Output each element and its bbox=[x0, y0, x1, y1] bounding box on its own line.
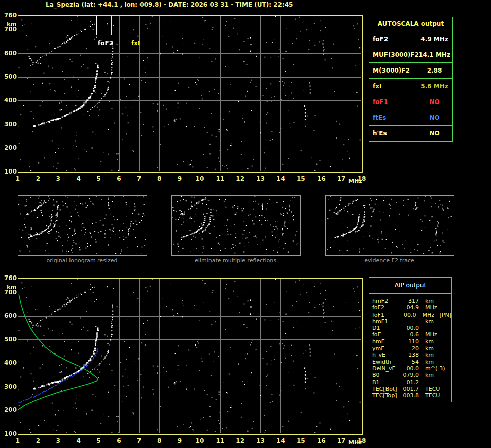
x-tick-label: 11 bbox=[214, 175, 226, 182]
row-value: 14.1 MHz bbox=[416, 47, 452, 62]
aip-label: B1 bbox=[372, 379, 399, 386]
aip-label: foE bbox=[372, 331, 399, 338]
aip-label: hmE bbox=[372, 338, 399, 345]
row-label: fxI bbox=[369, 79, 416, 94]
aip-value: 0.6 bbox=[399, 331, 419, 338]
aip-value: 079.0 bbox=[399, 372, 419, 378]
x-tick-label: 3 bbox=[52, 175, 64, 182]
row-label: M(3000)F2 bbox=[369, 63, 416, 78]
autoscala-output-table: AUTOSCALA output foF2 4.9 MHz MUF(3000)F… bbox=[369, 17, 453, 142]
aip-label: foF2 bbox=[372, 304, 399, 311]
aip-row: B101.2 bbox=[372, 379, 451, 386]
y-tick-label: 500 bbox=[1, 336, 17, 343]
y-tick-label: 200 bbox=[1, 406, 17, 413]
row-label: foF1 bbox=[369, 94, 416, 110]
x-tick-label: 16 bbox=[315, 175, 327, 182]
station-title: La_Spezia (lat: +44.1 , lon: 009.8) - DA… bbox=[46, 1, 293, 8]
aip-row: foE0.6MHz bbox=[372, 331, 451, 338]
aip-label: D1 bbox=[372, 325, 399, 331]
aip-value: 04.9 bbox=[399, 304, 419, 311]
aip-unit: km bbox=[425, 338, 442, 345]
aip-unit: TECU bbox=[425, 392, 442, 399]
x-tick-label: 14 bbox=[274, 175, 287, 182]
table-row-muf3000f2: MUF(3000)F2 14.1 MHz bbox=[369, 47, 452, 63]
aip-row: DelN_vE00.0m^(-3) bbox=[372, 365, 451, 372]
x-tick-label: 14 bbox=[274, 437, 287, 444]
aip-table-body: hmF2317km foF204.9MHz foF100.0MHz[PN] hm… bbox=[369, 294, 451, 399]
aip-value: 00.0 bbox=[399, 325, 419, 331]
x-tick-label: 5 bbox=[93, 437, 105, 444]
aip-row: ymE20km bbox=[372, 345, 451, 352]
aip-label: TEC[Bot] bbox=[372, 386, 399, 392]
ionogram-canvas-profile bbox=[18, 279, 361, 433]
row-label: foF2 bbox=[369, 31, 416, 47]
aip-row: hmF2317km bbox=[372, 298, 451, 304]
x-tick-label: 17 bbox=[335, 175, 347, 182]
row-value: 2.88 bbox=[416, 63, 452, 78]
y-tick-label: 300 bbox=[1, 121, 17, 128]
autoscala-window: La_Spezia (lat: +44.1 , lon: 009.8) - DA… bbox=[0, 0, 491, 448]
aip-label: hmF1 bbox=[372, 318, 399, 325]
ionogram-canvas-main bbox=[18, 16, 361, 171]
x-tick-label: 12 bbox=[234, 175, 247, 182]
aip-value: 317 bbox=[399, 298, 419, 304]
aip-unit bbox=[425, 379, 442, 386]
row-value: 5.6 MHz bbox=[416, 79, 452, 94]
x-tick-label: 6 bbox=[113, 175, 125, 182]
aip-row: TEC[Top]003.8TECU bbox=[372, 392, 451, 399]
aip-row: foF100.0MHz[PN] bbox=[372, 312, 451, 318]
x-tick-label: 2 bbox=[32, 437, 44, 444]
row-value: 4.9 MHz bbox=[416, 31, 452, 47]
y-tick-label: 100 bbox=[1, 430, 17, 437]
aip-row: hmF1---km bbox=[372, 318, 451, 325]
aip-value: 110 bbox=[399, 338, 419, 345]
aip-label: TEC[Top] bbox=[372, 392, 399, 399]
aip-unit: MHz bbox=[423, 312, 439, 318]
x-tick-label: 13 bbox=[255, 437, 267, 444]
x-tick-label: 4 bbox=[73, 437, 85, 444]
thumbnail-caption-original: original ionogram resized bbox=[18, 257, 146, 264]
aip-unit: m^(-3) bbox=[425, 365, 442, 372]
table-row-fxi: fxI 5.6 MHz bbox=[369, 79, 452, 94]
y-tick-label: 600 bbox=[1, 312, 17, 319]
x-tick-label: 9 bbox=[173, 437, 186, 444]
table-row-m3000f2: M(3000)F2 2.88 bbox=[369, 63, 452, 79]
aip-row: h_vE138km bbox=[372, 352, 451, 358]
fxi-marker-label: fxI bbox=[131, 40, 140, 47]
thumbnail-canvas bbox=[172, 196, 299, 254]
x-tick-label: 5 bbox=[93, 175, 105, 182]
y-tick-label: 200 bbox=[1, 144, 17, 151]
aip-unit: km bbox=[425, 372, 442, 378]
y-tick-label: 500 bbox=[1, 73, 17, 80]
x-tick-label: 12 bbox=[234, 437, 247, 444]
aip-unit: km bbox=[425, 298, 442, 304]
aip-value: 20 bbox=[399, 345, 419, 352]
row-label: ftEs bbox=[369, 110, 416, 125]
x-tick-label: 11 bbox=[214, 437, 226, 444]
table-row-fof1: foF1 NO bbox=[369, 94, 452, 110]
y-tick-label: 400 bbox=[1, 359, 17, 366]
aip-label: DelN_vE bbox=[372, 365, 399, 372]
aip-unit: km bbox=[425, 352, 442, 358]
x-tick-label: 17 bbox=[335, 437, 347, 444]
aip-unit: TECU bbox=[425, 386, 442, 392]
aip-value: --- bbox=[399, 318, 419, 325]
x-tick-label: 16 bbox=[315, 437, 327, 444]
x-tick-label: 8 bbox=[153, 175, 165, 182]
thumbnail-canvas bbox=[326, 196, 453, 254]
aip-unit bbox=[425, 325, 442, 331]
aip-value: 00.0 bbox=[399, 365, 419, 372]
x-tick-label: 4 bbox=[73, 175, 85, 182]
x-tick-label: 2 bbox=[32, 175, 44, 182]
aip-row: foF204.9MHz bbox=[372, 304, 451, 311]
row-label: MUF(3000)F2 bbox=[369, 47, 416, 62]
aip-unit: MHz bbox=[425, 304, 442, 311]
x-tick-label: 6 bbox=[113, 437, 125, 444]
aip-value: 138 bbox=[399, 352, 419, 358]
y-tick-label: 400 bbox=[1, 97, 17, 104]
x-tick-label: 7 bbox=[133, 437, 145, 444]
ionogram-plot-main: foF2 fxI bbox=[18, 15, 363, 173]
x-axis-unit-profile: MHz bbox=[348, 439, 362, 446]
y-tick-label: 100 bbox=[1, 168, 17, 175]
y-tick-label: 760 bbox=[1, 274, 17, 282]
